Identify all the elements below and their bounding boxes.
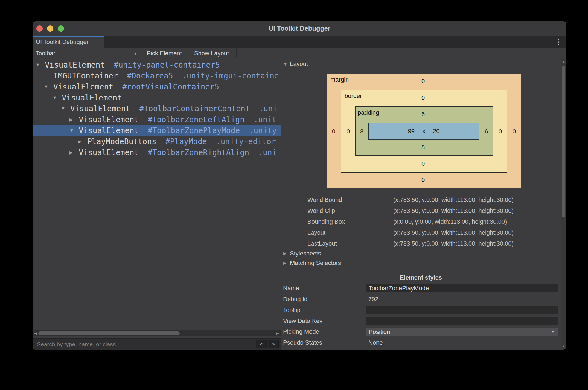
tree-expand-icon[interactable]: ▼ [53,95,62,100]
tree-row-visual-element[interactable]: ▼ VisualElement [33,92,281,103]
info-label: Bounding Box [307,218,345,226]
tree-element-id: #Dockarea5 [127,71,173,80]
tree-element-type: VisualElement [79,148,139,157]
vertical-scrollbar-thumb[interactable] [562,66,565,217]
window-title: UI Toolkit Debugger [33,21,566,36]
scroll-down-icon[interactable]: ▼ [561,345,566,348]
scroll-left-icon[interactable]: ◀ [34,330,37,336]
border-label: border [345,92,362,100]
details-pane: ▼ Layout margin border padding 0 0 5 5 0… [281,58,566,350]
tree-expand-icon[interactable]: ▼ [61,106,70,111]
element-tree: ▼ VisualElement #unity-panel-container5 … [33,58,281,331]
tree-element-class: .uni [258,148,276,157]
layout-foldout[interactable]: ▼ Layout [283,60,308,68]
border-bottom-value: 0 [421,160,425,167]
tree-element-type: VisualElement [45,60,105,69]
panel-picker-label: Toolbar [36,50,55,57]
minimize-button[interactable] [47,25,53,32]
tree-expand-icon[interactable]: ▶ [69,150,79,155]
chevron-down-icon: ▼ [134,51,137,56]
view-data-key-field[interactable] [366,317,558,325]
tree-expand-icon[interactable]: ▼ [44,84,53,89]
info-value: (x:783.50, y:0.00, width:113.00, height:… [393,196,514,204]
horizontal-scrollbar[interactable]: ◀ ▶ [33,330,281,336]
chevron-down-icon: ▼ [551,328,555,336]
tree-element-type: VisualElement [79,115,139,124]
close-button[interactable] [36,25,43,32]
pick-element-button[interactable]: Pick Element [142,48,187,59]
tree-element-id: #ToolbarZonePlayMode [148,126,240,135]
show-layout-button[interactable]: Show Layout [187,48,237,59]
prop-label: Tooltip [283,306,301,314]
padding-right-value: 6 [485,128,488,135]
scroll-up-icon[interactable]: ▲ [561,60,566,63]
tree-row-toolbar-zone-play-mode[interactable]: ▼ VisualElement #ToolbarZonePlayMode .un… [33,125,281,136]
margin-label: margin [330,76,349,83]
tree-element-id: #ToolbarZoneLeftAlign [148,115,244,124]
tab-ui-toolkit-debugger[interactable]: UI Toolkit Debugger [33,36,104,48]
info-value: (x:783.50, y:0.00, width:113.00, height:… [393,207,514,215]
tree-element-id: #ToolbarContainerContent [139,104,250,113]
padding-left-value: 8 [360,128,363,135]
info-label: LastLayout [307,240,337,248]
padding-label: padding [358,109,379,116]
traffic-lights [36,25,64,32]
box-model-diagram: margin border padding 0 0 5 5 0 0 0 0 8 … [327,74,521,188]
prop-row-picking-mode: Picking Mode Position ▼ [281,328,561,336]
tree-element-class: .unity-editor [216,137,276,146]
search-input[interactable] [36,340,251,349]
titlebar: UI Toolkit Debugger [33,21,566,36]
tree-expand-icon[interactable]: ▶ [69,117,79,122]
border-left-value: 0 [347,128,350,135]
tree-element-id: #ToolbarZoneRightAlign [148,148,249,157]
name-field[interactable] [366,284,558,292]
tree-expand-icon[interactable]: ▼ [36,62,45,67]
info-label: World Bound [307,196,342,204]
element-styles-header: Element styles [281,274,561,281]
info-value: (x:783.50, y:0.00, width:113.00, height:… [393,240,514,248]
panel-picker-dropdown[interactable]: Toolbar ▼ [33,48,142,59]
horizontal-scrollbar-thumb[interactable] [38,331,180,335]
tree-row-toolbar-zone-right-align[interactable]: ▶ VisualElement #ToolbarZoneRightAlign .… [33,147,281,158]
border-top-value: 0 [421,94,425,101]
foldout-open-icon: ▼ [283,62,290,66]
prop-row-view-data-key: View Data Key [281,317,561,325]
tree-expand-icon[interactable]: ▼ [69,128,79,133]
tree-element-type: IMGUIContainer [53,71,118,80]
tooltip-field[interactable] [366,306,558,314]
tree-row-play-mode-buttons[interactable]: ▶ PlayModeButtons #PlayMode .unity-edito… [33,136,281,147]
tree-row-toolbar-zone-left-align[interactable]: ▶ VisualElement #ToolbarZoneLeftAlign .u… [33,114,281,125]
info-label: Layout [307,229,325,237]
tree-row-root-visual-container5[interactable]: ▼ VisualElement #rootVisualContainer5 [33,81,281,92]
tree-expand-icon[interactable]: ▶ [78,139,87,144]
content-size: 99 x 20 [368,123,479,140]
info-label: World Clip [307,207,335,215]
prop-label: Picking Mode [283,328,319,336]
content-width: 99 [408,128,415,135]
matching-selectors-foldout-label: Matching Selectors [290,260,341,267]
search-prev-button[interactable]: < [256,340,267,348]
stylesheets-foldout[interactable]: ▶ Stylesheets [283,250,321,257]
prop-row-pseudo-states: Pseudo States None [281,339,561,347]
tab-strip: UI Toolkit Debugger ⋮ [33,36,566,48]
tree-row-unity-panel-container5[interactable]: ▼ VisualElement #unity-panel-container5 [33,59,281,70]
scroll-right-icon[interactable]: ▶ [276,330,279,336]
matching-selectors-foldout[interactable]: ▶ Matching Selectors [283,259,341,267]
tree-row-toolbar-container-content[interactable]: ▼ VisualElement #ToolbarContainerContent… [33,103,281,114]
vertical-scrollbar[interactable]: ▲ ▼ [561,58,566,350]
kebab-menu-icon[interactable]: ⋮ [555,36,562,48]
search-bar: < > [33,338,281,350]
picking-mode-dropdown[interactable]: Position ▼ [366,328,558,336]
layout-info-row: Bounding Box (x:0.00, y:0.00, width:113.… [281,218,561,226]
info-value: (x:0.00, y:0.00, width:113.00, height:30… [393,218,507,226]
debugger-toolbar: Toolbar ▼ Pick Element Show Layout [33,48,566,59]
zoom-button[interactable] [58,25,64,32]
content-height: 20 [433,128,439,135]
prop-row-debug-id: Debug Id 792 [281,295,561,303]
margin-bottom-value: 0 [421,176,425,184]
margin-right-value: 0 [513,128,516,135]
tree-element-type: VisualElement [53,82,113,91]
search-next-button[interactable]: > [268,340,279,348]
tree-element-class: .unity [249,126,276,135]
tree-row-dockarea5[interactable]: IMGUIContainer #Dockarea5 .unity-imgui-c… [33,70,281,81]
